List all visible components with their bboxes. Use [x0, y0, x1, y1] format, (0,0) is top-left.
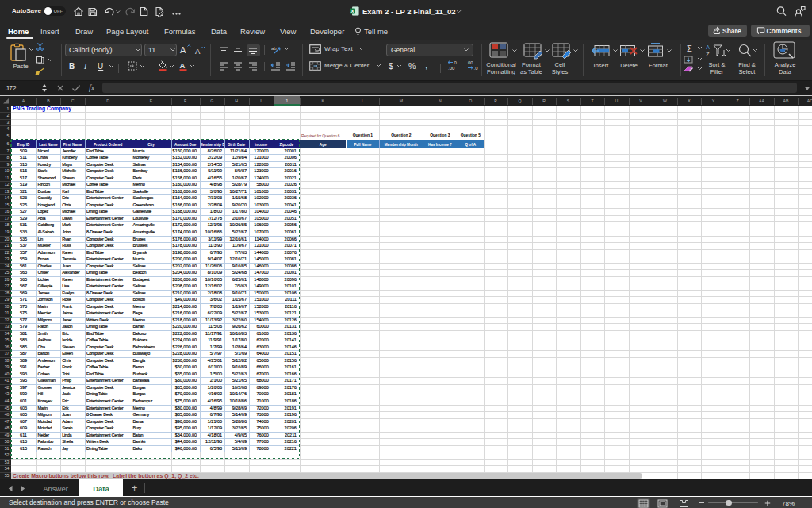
- svg-text:X: X: [350, 9, 354, 13]
- svg-text:00: 00: [468, 60, 473, 65]
- svg-text:Z: Z: [706, 51, 710, 58]
- svg-text:A: A: [706, 44, 710, 51]
- svg-text:.00: .00: [448, 66, 455, 71]
- svg-text:0: 0: [454, 60, 458, 65]
- svg-text:A: A: [180, 45, 186, 55]
- svg-text:A: A: [195, 47, 201, 56]
- svg-text:A: A: [180, 61, 186, 70]
- svg-text:ab: ab: [271, 46, 277, 51]
